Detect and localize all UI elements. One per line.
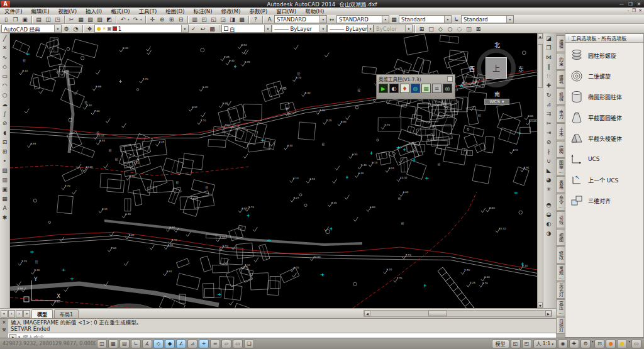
palette-tab-15[interactable]: 高压… — [556, 299, 565, 316]
polar-tracking-toggle[interactable]: ∡ — [142, 340, 152, 348]
redo-icon[interactable]: ↷ — [131, 15, 140, 23]
layout-tab-布局1[interactable]: 布局1 — [54, 309, 79, 318]
ovital-swirl-icon[interactable]: ◐ — [389, 84, 399, 93]
my-workspace-icon[interactable]: ◔ — [71, 25, 80, 33]
selection-cycling-toggle[interactable]: ❏ — [244, 340, 254, 348]
dynamic-input-toggle[interactable]: + — [199, 340, 209, 348]
next-tab-button[interactable]: › — [16, 310, 23, 318]
polyline-icon[interactable]: ∿ — [1, 52, 9, 62]
send-under-objects-icon[interactable]: ◑ — [545, 228, 553, 238]
chevron-down-icon[interactable]: ▾ — [444, 16, 451, 23]
undo-icon[interactable]: ↶ — [118, 15, 128, 23]
ovital-run-icon[interactable]: ▶ — [379, 84, 388, 93]
help-icon[interactable]: ? — [251, 15, 260, 23]
viewcube-top-face[interactable]: 上 — [486, 57, 507, 79]
palette-tab-5[interactable]: 土木 — [556, 123, 565, 140]
palette-tab-3[interactable]: 机械 — [556, 88, 565, 105]
array-icon[interactable]: ∷ — [545, 71, 553, 80]
send-to-back-icon[interactable]: ◒ — [545, 209, 553, 219]
menu-item-5[interactable]: 工具(T) — [134, 7, 161, 14]
publish-icon[interactable]: ◳ — [53, 15, 62, 23]
pan-icon[interactable]: ✛ — [148, 15, 157, 23]
annotation-visibility-icon[interactable]: ◉ — [558, 340, 568, 348]
3d-object-snap-toggle[interactable]: ◆ — [165, 340, 175, 348]
copy-icon[interactable]: ❐ — [545, 43, 553, 52]
fillet-icon[interactable]: ◕ — [545, 175, 553, 184]
menu-item-7[interactable]: 标注(N) — [189, 7, 216, 14]
palette-tab-8[interactable]: 表格 — [556, 176, 565, 193]
plot-icon[interactable]: ▤ — [34, 15, 43, 23]
ovital-ring-icon[interactable]: ◎ — [443, 84, 452, 93]
chevron-down-icon[interactable]: ▾ — [367, 25, 373, 32]
menu-item-4[interactable]: 格式(O) — [106, 7, 134, 14]
ovital-close-button[interactable] — [447, 76, 453, 82]
mleader-style-icon[interactable]: ↳ — [452, 15, 461, 23]
palette-item-elliptical-cylinder[interactable]: 椭圆形圆柱体 — [567, 87, 641, 106]
rectangle-icon[interactable]: ▭ — [1, 71, 9, 80]
plotstyle-combo[interactable]: ByColor▾ — [374, 25, 413, 33]
new-icon[interactable]: ▯ — [1, 15, 11, 23]
palette-item-ucs-previous[interactable]: 上一个 UCS — [567, 170, 641, 189]
command-history[interactable]: 输入 IMAGEFRAME 的新值 <1>: 0 正在重生成模型。SETVAR … — [8, 319, 556, 333]
ovital-pin-icon[interactable]: ♦ — [400, 84, 409, 93]
palette-tab-11[interactable]: 视图 — [556, 229, 565, 246]
revision-cloud-icon[interactable]: ☁ — [1, 99, 9, 109]
palette-tab-10[interactable]: 引线 — [556, 211, 565, 228]
color-combo[interactable]: 白▾ — [221, 25, 272, 33]
coordinates-readout[interactable]: 429873.9232, 2880129.9877, 0.0000 — [3, 341, 96, 346]
palette-tab-6[interactable]: 结构 — [556, 141, 565, 158]
layout-tab-模型[interactable]: 模型 — [31, 309, 53, 318]
copy-clip-icon[interactable]: ▦ — [76, 15, 86, 23]
menu-item-8[interactable]: 修改(M) — [216, 7, 245, 14]
first-tab-button[interactable]: « — [1, 310, 8, 318]
quickcalc-icon[interactable]: ▩ — [237, 15, 247, 23]
palette-tab-4[interactable]: 电力 — [556, 106, 565, 123]
ovital-globe-icon[interactable]: ◍ — [411, 84, 420, 93]
make-object-layer-current-icon[interactable]: ✓ — [189, 25, 198, 33]
workspace-settings-icon[interactable]: ⚙ — [62, 25, 71, 33]
chevron-down-icon[interactable]: ▾ — [54, 25, 61, 32]
autocad-logo-icon[interactable]: A — [1, 1, 10, 8]
palette-item-3d-align[interactable]: 三维对齐 — [567, 191, 641, 210]
menu-item-1[interactable]: 编辑(E) — [27, 7, 54, 14]
gradient-icon[interactable]: ▥ — [1, 175, 9, 184]
cut-icon[interactable]: ✂ — [67, 15, 76, 23]
chevron-down-icon[interactable]: ▾ — [592, 340, 594, 348]
bring-above-objects-icon[interactable]: ◐ — [545, 219, 553, 228]
menu-item-2[interactable]: 视图(V) — [54, 7, 81, 14]
palette-tab-0[interactable]: 建模 — [556, 35, 565, 52]
zoom-previous-icon[interactable]: ⊟ — [176, 15, 186, 23]
open-icon[interactable]: ❐ — [11, 15, 20, 23]
prev-tab-button[interactable]: ‹ — [8, 310, 15, 318]
viewcube-east[interactable]: 东 — [518, 65, 524, 73]
tool-palettes-icon[interactable]: ◱ — [209, 15, 218, 23]
palette-tab-9[interactable]: 命令… — [556, 194, 565, 211]
viewcube[interactable]: 北 南 西 东 上 WCS ▾ — [470, 41, 523, 106]
bring-to-front-icon[interactable]: ◓ — [545, 200, 553, 209]
scroll-up-arrow[interactable]: ▲ — [538, 33, 543, 39]
layer-combo[interactable]: ●☀▣1▾ — [94, 25, 189, 33]
single-viewport-icon[interactable]: □ — [426, 25, 436, 33]
palette-tab-13[interactable]: 常规… — [556, 264, 565, 281]
dim-style-combo[interactable]: STANDARD▾ — [336, 15, 389, 23]
palette-item-cylindrical-helix[interactable]: 圆柱形螺旋 — [567, 46, 641, 65]
break-at-point-icon[interactable]: ⊘ — [545, 137, 553, 147]
chevron-down-icon[interactable]: ▾ — [319, 16, 326, 23]
palette-item-cone-frustum[interactable]: 平截面圆锥体 — [567, 108, 641, 127]
vertical-scroll-thumb[interactable] — [538, 44, 543, 88]
hatch-icon[interactable]: ▨ — [1, 165, 9, 175]
erase-icon[interactable]: ◪ — [545, 33, 553, 43]
trim-icon[interactable]: ✂ — [545, 118, 553, 128]
chevron-down-icon[interactable]: ▾ — [506, 16, 513, 23]
rotate-icon[interactable]: ↻ — [545, 90, 553, 99]
scroll-down-arrow[interactable]: ▼ — [538, 302, 543, 308]
chevron-down-icon[interactable]: ▾ — [405, 25, 412, 32]
chevron-down-icon[interactable]: ▾ — [140, 18, 143, 21]
doc-close-button[interactable]: ✕ — [638, 8, 642, 13]
insert-block-icon[interactable]: ⊡ — [1, 137, 9, 147]
layer-properties-icon[interactable]: ❖ — [85, 25, 94, 33]
line-icon[interactable]: ╱ — [1, 33, 9, 43]
object-viewport-icon[interactable]: ○ — [445, 25, 455, 33]
make-block-icon[interactable]: ⊞ — [1, 147, 9, 156]
point-icon[interactable]: • — [1, 156, 9, 165]
